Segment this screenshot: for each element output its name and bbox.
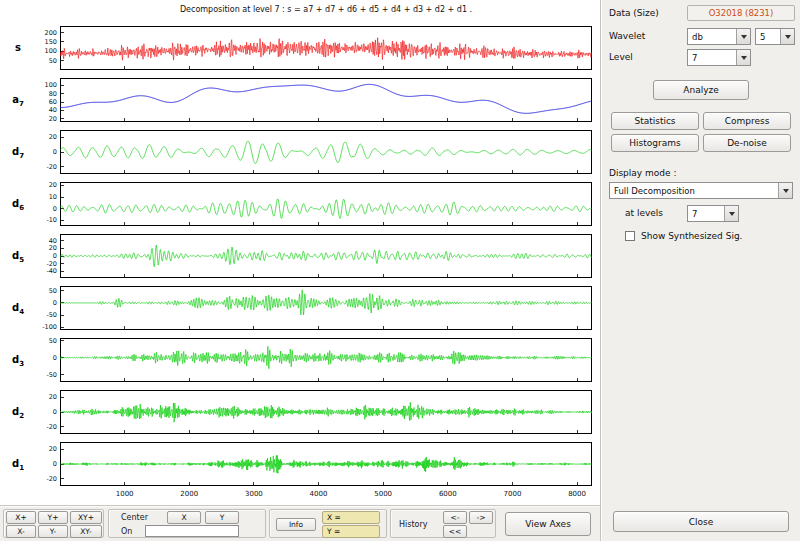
denoise-button[interactable]: De-noise <box>703 134 791 152</box>
plot-frame <box>61 79 592 122</box>
at-levels-select[interactable]: 7 <box>687 205 739 222</box>
at-levels-label: at levels <box>625 208 663 218</box>
y-tick-label: 0 <box>53 299 57 307</box>
show-synthesized-checkbox[interactable] <box>625 231 635 241</box>
level-value: 7 <box>688 53 697 63</box>
x-axis-labels: 10002000300040005000600070008000 <box>0 486 600 500</box>
y-tick-label: 0 <box>53 460 57 468</box>
y-tick-label: 80 <box>49 90 57 98</box>
center-label: Center <box>121 513 148 522</box>
history-group: History <- -> << <box>390 509 496 538</box>
plot-frame <box>61 183 592 226</box>
history-all-button[interactable]: << <box>443 525 467 538</box>
histograms-button[interactable]: Histograms <box>611 134 699 152</box>
info-group: Info X = Y = <box>269 509 387 538</box>
wavelet-number-select[interactable]: 5 <box>755 28 795 45</box>
plot-row-d7: d7-20020 <box>0 128 600 180</box>
y-tick-label: -100 <box>42 323 57 331</box>
zoom-xy-minus-button[interactable]: XY- <box>70 525 102 538</box>
y-tick-label: 40 <box>49 237 57 245</box>
view-axes-button[interactable]: View Axes <box>505 512 591 536</box>
y-tick-label: -20 <box>46 475 57 483</box>
x-tick-label: 6000 <box>439 490 457 498</box>
x-tick-label: 1000 <box>116 490 134 498</box>
plot-row-s: s50100150200 <box>0 24 600 76</box>
zoom-xy-plus-button[interactable]: XY+ <box>70 511 102 524</box>
x-tick-label: 2000 <box>180 490 198 498</box>
y-tick-label: -20 <box>46 423 57 431</box>
show-synthesized-label: Show Synthesized Sig. <box>641 231 742 241</box>
data-size-value[interactable]: O32018 (8231) <box>687 5 795 21</box>
x-tick-label: 4000 <box>310 490 328 498</box>
y-tick-label: -50 <box>46 371 57 379</box>
info-button[interactable]: Info <box>276 518 316 531</box>
chevron-down-icon <box>780 29 794 44</box>
center-on-input[interactable] <box>145 525 239 537</box>
y-position-display[interactable]: Y = <box>322 525 380 538</box>
y-tick-label: 200 <box>45 29 57 37</box>
y-tick-label: 150 <box>45 38 57 46</box>
close-button[interactable]: Close <box>613 511 789 532</box>
center-y-button[interactable]: Y <box>205 511 239 524</box>
decomposition-panel: Decomposition at level 7 : s = a7 + d7 +… <box>0 0 600 505</box>
zoom-y-plus-button[interactable]: Y+ <box>38 511 68 524</box>
y-tick-label: 40 <box>49 106 57 114</box>
y-tick-label: 100 <box>45 47 57 55</box>
plot-axis-label-d3: d3 <box>12 354 24 368</box>
level-select[interactable]: 7 <box>687 49 751 66</box>
statistics-button[interactable]: Statistics <box>611 112 699 130</box>
y-tick-label: 20 <box>49 445 57 453</box>
plot-row-d1: d1-20020 <box>0 440 600 492</box>
display-mode-select[interactable]: Full Decomposition <box>609 182 793 199</box>
wavelet-number-value: 5 <box>756 32 765 42</box>
display-mode-value: Full Decomposition <box>610 186 695 196</box>
wavelet-label: Wavelet <box>609 31 645 41</box>
y-tick-label: 0 <box>53 354 57 362</box>
at-levels-value: 7 <box>688 209 697 219</box>
history-next-button[interactable]: -> <box>469 511 493 524</box>
control-panel: Data (Size) O32018 (8231) Wavelet db 5 L… <box>600 0 800 541</box>
plot-axis-label-s: s <box>15 42 21 53</box>
plot-frame <box>61 287 592 330</box>
wavelet-1d-window: Decomposition at level 7 : s = a7 + d7 +… <box>0 0 800 541</box>
data-size-label: Data (Size) <box>609 8 659 18</box>
y-tick-label: -10 <box>46 216 57 224</box>
history-prev-button[interactable]: <- <box>443 511 467 524</box>
y-tick-label: 50 <box>49 287 57 295</box>
x-tick-label: 3000 <box>245 490 263 498</box>
y-tick-label: -40 <box>46 267 57 275</box>
on-label: On <box>121 527 132 536</box>
center-x-button[interactable]: X <box>167 511 201 524</box>
y-tick-label: 0 <box>53 148 57 156</box>
y-tick-label: 20 <box>49 393 57 401</box>
plot-axis-label-a7: a7 <box>12 94 24 108</box>
center-group: Center X Y On <box>108 509 266 538</box>
plot-frame <box>61 339 592 382</box>
y-tick-label: 100 <box>45 81 57 89</box>
y-tick-label: 20 <box>49 181 57 189</box>
y-tick-label: -20 <box>46 163 57 171</box>
y-tick-label: -20 <box>46 260 57 268</box>
y-tick-label: 0 <box>53 205 57 213</box>
zoom-group: X+ Y+ XY+ X- Y- XY- <box>3 509 104 538</box>
y-tick-label: 0 <box>53 408 57 416</box>
zoom-x-minus-button[interactable]: X- <box>6 525 36 538</box>
y-tick-label: 0 <box>53 252 57 260</box>
y-tick-label: 10 <box>49 193 57 201</box>
plot-row-a7: a720406080100 <box>0 76 600 128</box>
plot-axis-label-d5: d5 <box>12 250 24 264</box>
chevron-down-icon <box>736 29 750 44</box>
wavelet-family-value: db <box>688 32 703 42</box>
plot-frame <box>61 235 592 278</box>
wavelet-family-select[interactable]: db <box>687 28 751 45</box>
plot-frame <box>61 131 592 174</box>
zoom-y-minus-button[interactable]: Y- <box>38 525 68 538</box>
plot-axis-label-d2: d2 <box>12 406 24 420</box>
analyze-button[interactable]: Analyze <box>653 80 749 100</box>
zoom-x-plus-button[interactable]: X+ <box>6 511 36 524</box>
chevron-down-icon <box>736 50 750 65</box>
plot-row-d5: d5-40-2002040 <box>0 232 600 284</box>
x-position-display[interactable]: X = <box>322 511 380 524</box>
plots-area: s50100150200a720406080100d7-20020d6-1001… <box>0 0 600 505</box>
compress-button[interactable]: Compress <box>703 112 791 130</box>
